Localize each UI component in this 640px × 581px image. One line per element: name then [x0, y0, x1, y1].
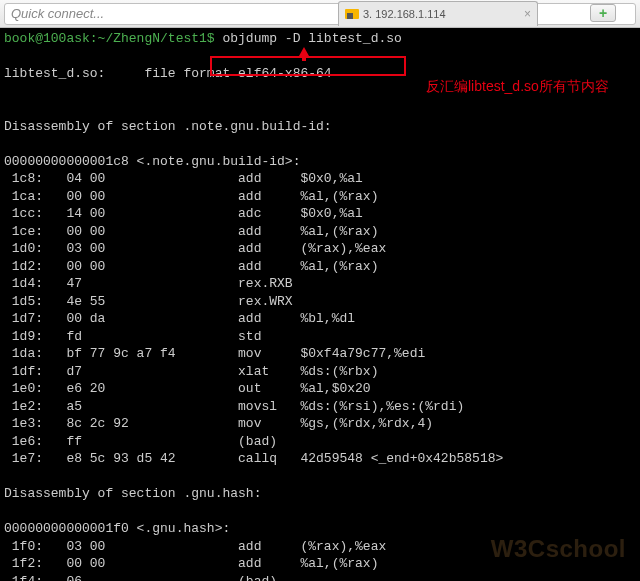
terminal-icon: [345, 9, 359, 19]
tab-title: 3. 192.168.1.114: [363, 8, 446, 20]
new-tab-button[interactable]: +: [590, 4, 616, 22]
close-icon[interactable]: ×: [524, 7, 531, 21]
plus-icon: +: [599, 5, 607, 21]
quick-connect-input[interactable]: Quick connect...: [4, 3, 636, 25]
terminal[interactable]: 反汇编libtest_d.so所有节内容 W3Cschool book@100a…: [0, 28, 640, 581]
annotation-text: 反汇编libtest_d.so所有节内容: [426, 78, 609, 96]
terminal-output: book@100ask:~/ZhengN/test1$ objdump -D l…: [4, 30, 636, 581]
tab-active[interactable]: 3. 192.168.1.114 ×: [338, 1, 538, 26]
browser-chrome: Quick connect... 3. 192.168.1.114 × +: [0, 0, 640, 28]
quick-connect-placeholder: Quick connect...: [11, 6, 104, 21]
